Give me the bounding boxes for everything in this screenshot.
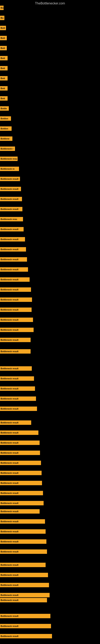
bar-row: Bottleneck result (0, 501, 44, 505)
bottleneck-bar: Bottleneck result (0, 529, 46, 534)
bar-row: Bo (0, 6, 3, 10)
bar-row: Bott (0, 26, 6, 30)
bar-row: Bottleneck result (0, 177, 20, 181)
bottleneck-bar: Bottleneck resu (0, 156, 18, 161)
bar-row: Bottleneck resu (0, 156, 18, 161)
bar-row: Bottleneck result (0, 430, 38, 435)
bottleneck-bar: Bottleneck result (0, 593, 50, 597)
bar-row: Bottleneck result (0, 481, 42, 485)
bottleneck-bar: Bottleneck result (0, 207, 22, 211)
bottleneck-bar: Bottleneck re (0, 167, 19, 171)
bar-row: Bottleneck result (0, 277, 30, 282)
bar-row: Bottleneck result (0, 450, 40, 455)
bottleneck-bar: Bottleneck result (0, 624, 51, 628)
bottleneck-bar: Bottleneck result (0, 430, 38, 435)
bottleneck-bar: Bo (0, 6, 3, 10)
bottleneck-bar: Bott (0, 76, 8, 80)
bottleneck-bar: Bott (0, 56, 8, 60)
bottleneck-bar: Bottlen (0, 126, 12, 131)
bar-row: Bottleneck result (0, 386, 35, 391)
bar-row: Bottleneck result (0, 366, 32, 371)
bar-row: Bottleneck result (0, 406, 37, 411)
bar-row: Bo (0, 16, 4, 20)
bar-row: Bott (0, 86, 8, 90)
bottleneck-bar: Bottleneck result (0, 288, 31, 292)
bottleneck-bar: Bottleneck result (0, 563, 46, 567)
bar-row: Bottleneck result (0, 308, 32, 312)
bar-row: Bottleneck result (0, 247, 26, 252)
bar-row: Bott (0, 56, 8, 60)
bar-row: Bottleneck result (0, 491, 43, 495)
bar-row: Bottleneck re (0, 167, 19, 171)
bar-row: Bottleneck result (0, 318, 33, 322)
bottleneck-bar: Bottleneck result (0, 406, 37, 411)
bar-row: Bottleneck result (0, 539, 47, 544)
bottleneck-bar: Bottleneck result (0, 349, 31, 354)
bar-row: Bottle (0, 106, 9, 111)
bar-row: Bott (0, 66, 8, 70)
bottleneck-bar: Bottleneck result (0, 491, 43, 495)
bar-row: Bottleneck result (0, 420, 31, 425)
bottleneck-bar: Bott (0, 46, 7, 50)
bar-row: Bottleneck result (0, 338, 31, 342)
bottleneck-bar: Bottleneck result (0, 519, 45, 524)
bar-row: Bottleneck result (0, 376, 34, 381)
bar-row: Bott (0, 36, 7, 40)
bottleneck-bar: Bottleneck result (0, 396, 36, 401)
bottleneck-bar: Bottleneck result (0, 386, 35, 391)
bottleneck-bar: Bottleneck result (0, 583, 49, 587)
bar-row: Bottleneck result (0, 267, 28, 272)
bottleneck-bar: Bottleneck result (0, 634, 52, 638)
bar-row: Bott (0, 76, 8, 80)
bar-row: Bottleneck result (0, 207, 22, 211)
bottleneck-bar: Bottlen (0, 116, 11, 121)
bottleneck-bar: Bottleneck result (0, 481, 42, 485)
bottleneck-bar: Bottleneck result (0, 366, 32, 371)
bar-row: Bottlen (0, 126, 12, 131)
bottleneck-bar: Bottleneck result (0, 277, 30, 282)
bar-row: Bottleneck result (0, 227, 24, 232)
bar-row: Bott (0, 96, 8, 100)
bar-row: Bottleneck result (0, 461, 41, 465)
bar-row: Bottleneck resu (0, 217, 23, 222)
site-title: TheBottlenecker.com (0, 0, 100, 6)
bar-row: Bottleneck result (0, 519, 45, 524)
bottleneck-bar: Bott (0, 66, 8, 70)
bar-row: Bottleneck result (0, 614, 50, 618)
bar-row: Bott (0, 46, 7, 50)
bottleneck-bar: Bott (0, 36, 7, 40)
bottleneck-bar: Bottleneck result (0, 328, 34, 332)
bottleneck-bar: Bottleneck r (0, 146, 15, 151)
bottleneck-bar: Bottleneck result (0, 267, 28, 272)
bar-row: Bottleneck result (0, 624, 51, 628)
bottleneck-bar: Bottleneck result (0, 247, 26, 252)
bar-row: Bottleneck result (0, 550, 47, 554)
bar-row: Bottleneck result (0, 440, 40, 445)
bar-row: Bottleneck result (0, 598, 47, 602)
bottleneck-bar: Bottleneck result (0, 237, 25, 242)
bar-row: Bottleneck result (0, 634, 52, 638)
bottleneck-bar: Bottleneck result (0, 338, 31, 342)
bar-row: Bottleneck result (0, 197, 22, 201)
bottleneck-bar: Bottleneck result (0, 501, 44, 505)
bar-row: Bottlene (0, 136, 12, 141)
bar-row: Bottleneck result (0, 583, 49, 587)
bottleneck-bar: Bottleneck result (0, 420, 31, 425)
bottleneck-bar: Bottleneck result (0, 308, 32, 312)
bottleneck-bar: Bottle (0, 106, 9, 111)
bar-row: Bottleneck result (0, 257, 27, 262)
bottleneck-bar: Bo (0, 16, 4, 20)
bar-row: Bottleneck result (0, 237, 25, 242)
bottleneck-bar: Bott (0, 26, 6, 30)
bottleneck-bar: Bottleneck result (0, 298, 32, 302)
bar-row: Bottleneck result (0, 298, 32, 302)
bottleneck-bar: Bottleneck result (0, 471, 42, 475)
bottleneck-bar: Bottleneck result (0, 614, 50, 618)
bar-row: Bottleneck result (0, 529, 46, 534)
bottleneck-bar: Bottleneck result (0, 461, 41, 465)
bar-row: Bottleneck result (0, 396, 36, 401)
bottleneck-bar: Bottleneck result (0, 376, 34, 381)
bar-row: Bottleneck result (0, 349, 31, 354)
bar-row: Bottleneck result (0, 563, 46, 567)
bar-row: Bottleneck result (0, 328, 34, 332)
